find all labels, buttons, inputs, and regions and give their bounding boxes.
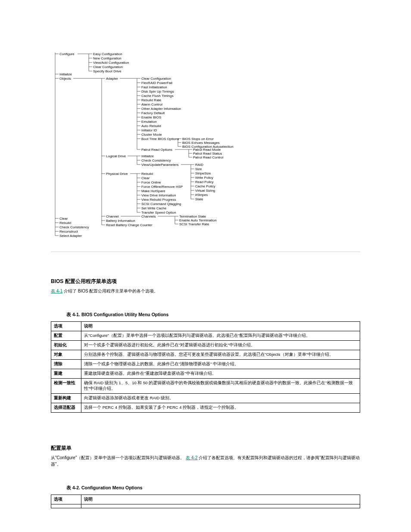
cell-option: 配置 (51, 331, 81, 340)
table-row (51, 504, 360, 508)
svg-text:View Rebuild Progress: View Rebuild Progress (141, 198, 176, 202)
svg-text:Force Offline/Remove HSP: Force Offline/Remove HSP (141, 185, 183, 189)
section-paragraph: 表 4-1 介绍了 BIOS 配置公用程序主菜单中的各个选项。 (51, 288, 360, 295)
table-row: 对象分别选择各个控制器、逻辑驱动器与物理驱动器。您还可更改某些逻辑驱动器设置。此… (51, 350, 360, 359)
svg-text:Read Policy: Read Policy (195, 180, 214, 184)
svg-text:Fast Initialization: Fast Initialization (141, 85, 167, 89)
svg-text:Easy Configuration: Easy Configuration (93, 52, 122, 56)
svg-text:Specify Boot Drive: Specify Boot Drive (93, 69, 121, 73)
svg-text:Clear Configuration: Clear Configuration (93, 65, 123, 69)
svg-text:Enable Auto Termination: Enable Auto Termination (179, 218, 217, 222)
svg-text:View Drive Information: View Drive Information (141, 193, 176, 197)
svg-text:RAID: RAID (195, 163, 203, 167)
svg-text:Initialize: Initialize (59, 72, 72, 76)
col-option: 选项 (51, 495, 81, 504)
svg-text:Logical Drive: Logical Drive (106, 154, 126, 158)
table-header-row: 选项 说明 (51, 321, 360, 331)
svg-text:View/Add Configuration: View/Add Configuration (93, 61, 129, 65)
svg-text:Objects: Objects (59, 77, 71, 81)
svg-text:Virtual Sizing: Virtual Sizing (195, 189, 215, 193)
svg-text:Adapter: Adapter (106, 77, 118, 81)
cell-desc: 从"Configure"（配置）菜单中选择一个选项以配置阵列与逻辑驱动器。此选项… (81, 331, 360, 340)
table-link[interactable]: 表 4-2 (186, 455, 197, 460)
cell-desc: 对一个或多个逻辑驱动器进行初始化。此操作已在"对逻辑驱动器进行初始化"中详细介绍… (81, 340, 360, 350)
svg-text:Force Online: Force Online (141, 180, 161, 184)
svg-text:Channels: Channels (141, 215, 156, 218)
paragraph-text: 从"Configure"（配置）菜单中选择一个选项以配置阵列与逻辑驱动器。 (51, 455, 184, 460)
cell-option: 清除 (51, 359, 81, 369)
menu-tree-diagram: text { font-family: Arial, sans-serif; f… (51, 48, 360, 243)
svg-text:Check Consistency: Check Consistency (59, 225, 89, 229)
svg-text:Emulation: Emulation (141, 120, 157, 124)
svg-text:Reset Battery Charge Counter: Reset Battery Charge Counter (106, 223, 153, 227)
svg-text:Clear: Clear (59, 217, 68, 221)
table-bios-menu-options: 选项 说明 配置从"Configure"（配置）菜单中选择一个选项以配置阵列与逻… (51, 321, 360, 413)
svg-text:SCSI Transfer Rate: SCSI Transfer Rate (179, 222, 209, 226)
svg-text:Cluster Mode: Cluster Mode (141, 133, 162, 137)
svg-text:Battery Information: Battery Information (106, 219, 135, 223)
svg-text:BIOS Echoes Messages: BIOS Echoes Messages (182, 141, 220, 145)
svg-text:BIOS Stops on Error: BIOS Stops on Error (182, 137, 214, 141)
svg-text:Patrol Read Control: Patrol Read Control (193, 156, 223, 159)
svg-text:New Configuration: New Configuration (93, 56, 121, 60)
svg-text:Disk Spin Up Timings: Disk Spin Up Timings (141, 90, 174, 93)
svg-text:Write Policy: Write Policy (195, 176, 213, 180)
svg-text:Physical Drive: Physical Drive (106, 172, 128, 176)
svg-text:SCSI Command Qtagging: SCSI Command Qtagging (141, 202, 181, 206)
svg-text:Make HotSpare: Make HotSpare (141, 189, 165, 193)
table-row: 选择适配器选择一个 PERC 4 控制器。如果安装了多个 PERC 4 控制器，… (51, 403, 360, 412)
svg-text:Set Write Cache: Set Write Cache (141, 206, 167, 210)
table-caption: 表 4-1. BIOS Configuration Utility Menu O… (66, 312, 360, 318)
svg-text:FlexRAID PowerFail: FlexRAID PowerFail (141, 81, 172, 85)
svg-text:Cache Policy: Cache Policy (195, 184, 215, 188)
cell-desc: 分别选择各个控制器、逻辑驱动器与物理驱动器。您还可更改某些逻辑驱动器设置。此选项… (81, 350, 360, 359)
col-desc: 说明 (81, 321, 360, 331)
table-row: 重新构建向逻辑驱动器添加驱动器或者更改 RAID 级别。 (51, 393, 360, 403)
table-caption: 表 4-2. Configuration Menu Options (66, 485, 360, 491)
svg-text:Initiator ID: Initiator ID (141, 128, 157, 132)
section-heading: 配置菜单 (51, 445, 360, 452)
svg-text:Select Adapter: Select Adapter (59, 234, 82, 238)
cell-option: 重新构建 (51, 393, 81, 403)
svg-text:Clear Configuration: Clear Configuration (141, 77, 171, 81)
svg-text:Transfer Speed Option: Transfer Speed Option (141, 211, 176, 215)
svg-text:Auto Rebuild: Auto Rebuild (141, 124, 161, 128)
svg-text:Check Consistency: Check Consistency (141, 159, 171, 162)
svg-text:Patrol Read Status: Patrol Read Status (193, 152, 222, 156)
svg-text:Rebuild: Rebuild (141, 172, 153, 176)
table-row: 检测一致性确保 RAID 级别为 1、5、10 和 50 的逻辑驱动器中的奇偶校… (51, 378, 360, 393)
svg-text:Patrol Read Mode: Patrol Read Mode (193, 148, 221, 152)
cell-option: 选择适配器 (51, 403, 81, 412)
col-desc: 说明 (81, 495, 360, 504)
cell-desc: 重建故障硬盘驱动器。此操作在"重建故障硬盘驱动器"中有详细介绍。 (81, 369, 360, 378)
svg-text:Cache Flush Timings: Cache Flush Timings (141, 94, 174, 98)
table-row: 清除清除一个或多个物理驱动器上的数据。此操作已在"清除物理驱动器" 中详细介绍。 (51, 359, 360, 369)
section-heading: BIOS 配置公用程序菜单选项 (51, 278, 360, 285)
svg-text:Reconstruct: Reconstruct (59, 230, 78, 233)
cell-option: 对象 (51, 350, 81, 359)
svg-text:Channel: Channel (106, 215, 119, 218)
cell-option: 重建 (51, 369, 81, 378)
cell-desc: 确保 RAID 级别为 1、5、10 和 50 的逻辑驱动器中的奇偶校验数据或镜… (81, 378, 360, 393)
table-row: 初始化对一个或多个逻辑驱动器进行初始化。此操作已在"对逻辑驱动器进行初始化"中详… (51, 340, 360, 350)
svg-text:Clear: Clear (141, 176, 149, 180)
table-row: 重建重建故障硬盘驱动器。此操作在"重建故障硬盘驱动器"中有详细介绍。 (51, 369, 360, 378)
svg-text:State: State (195, 197, 203, 201)
svg-text:Boot Time BIOS Options: Boot Time BIOS Options (141, 137, 179, 141)
svg-text:View/UpdateParameters: View/UpdateParameters (141, 163, 179, 167)
table-link[interactable]: 表 4-1 (51, 289, 62, 293)
svg-text:Factory Default: Factory Default (141, 111, 165, 115)
cell-option: 初始化 (51, 340, 81, 350)
table-row: 配置从"Configure"（配置）菜单中选择一个选项以配置阵列与逻辑驱动器。此… (51, 331, 360, 340)
tree-svg: text { font-family: Arial, sans-serif; f… (51, 48, 283, 242)
svg-text:Size: Size (195, 167, 202, 171)
table-config-menu-options: 选项 说明 (51, 495, 360, 508)
table-header-row: 选项 说明 (51, 495, 360, 504)
svg-text:Other Adapter Information: Other Adapter Information (141, 107, 181, 111)
divider (51, 252, 360, 252)
svg-text:Initialize: Initialize (141, 154, 154, 158)
svg-text:Termination State: Termination State (179, 215, 206, 218)
section-paragraph: 从"Configure"（配置）菜单中选择一个选项以配置阵列与逻辑驱动器。 表 … (51, 454, 360, 468)
svg-text:Enable BIOS: Enable BIOS (141, 115, 161, 119)
svg-text:StripeSize: StripeSize (195, 171, 211, 175)
